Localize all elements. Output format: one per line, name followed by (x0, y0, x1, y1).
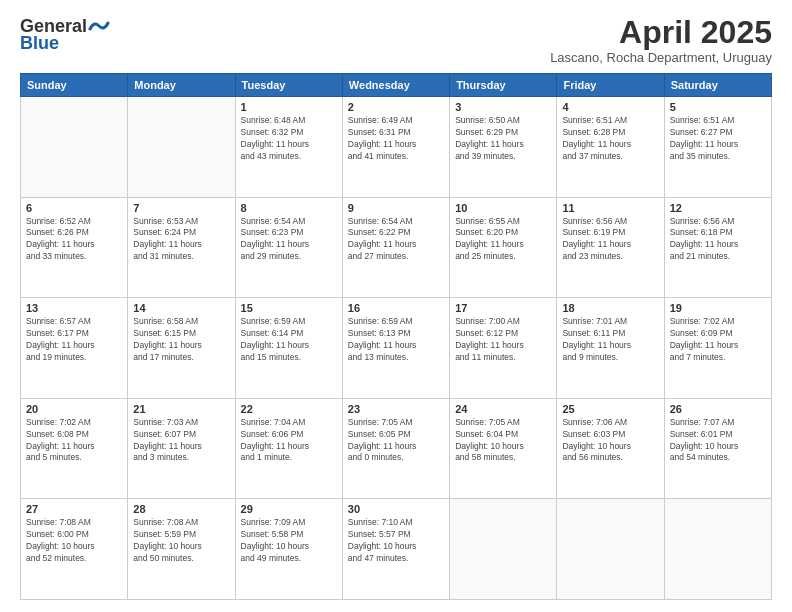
day-number: 7 (133, 202, 229, 214)
day-number: 15 (241, 302, 337, 314)
calendar-day-cell (450, 499, 557, 600)
calendar-body: 1Sunrise: 6:48 AM Sunset: 6:32 PM Daylig… (21, 97, 772, 600)
day-info: Sunrise: 6:48 AM Sunset: 6:32 PM Dayligh… (241, 115, 337, 163)
calendar-table: SundayMondayTuesdayWednesdayThursdayFrid… (20, 73, 772, 600)
calendar-day-cell: 6Sunrise: 6:52 AM Sunset: 6:26 PM Daylig… (21, 197, 128, 298)
day-number: 24 (455, 403, 551, 415)
day-number: 28 (133, 503, 229, 515)
day-info: Sunrise: 6:59 AM Sunset: 6:13 PM Dayligh… (348, 316, 444, 364)
day-number: 8 (241, 202, 337, 214)
day-number: 27 (26, 503, 122, 515)
weekday-header-cell: Saturday (664, 74, 771, 97)
day-info: Sunrise: 7:09 AM Sunset: 5:58 PM Dayligh… (241, 517, 337, 565)
page: General Blue April 2025 Lascano, Rocha D… (0, 0, 792, 612)
day-number: 2 (348, 101, 444, 113)
calendar-week-row: 6Sunrise: 6:52 AM Sunset: 6:26 PM Daylig… (21, 197, 772, 298)
logo-wave-icon (88, 17, 110, 35)
calendar-day-cell: 7Sunrise: 6:53 AM Sunset: 6:24 PM Daylig… (128, 197, 235, 298)
day-info: Sunrise: 6:59 AM Sunset: 6:14 PM Dayligh… (241, 316, 337, 364)
calendar-day-cell: 14Sunrise: 6:58 AM Sunset: 6:15 PM Dayli… (128, 298, 235, 399)
day-info: Sunrise: 7:07 AM Sunset: 6:01 PM Dayligh… (670, 417, 766, 465)
day-number: 19 (670, 302, 766, 314)
weekday-header-cell: Friday (557, 74, 664, 97)
calendar-day-cell: 20Sunrise: 7:02 AM Sunset: 6:08 PM Dayli… (21, 398, 128, 499)
calendar-day-cell: 27Sunrise: 7:08 AM Sunset: 6:00 PM Dayli… (21, 499, 128, 600)
day-info: Sunrise: 6:58 AM Sunset: 6:15 PM Dayligh… (133, 316, 229, 364)
day-info: Sunrise: 7:01 AM Sunset: 6:11 PM Dayligh… (562, 316, 658, 364)
calendar-day-cell: 19Sunrise: 7:02 AM Sunset: 6:09 PM Dayli… (664, 298, 771, 399)
day-info: Sunrise: 6:56 AM Sunset: 6:19 PM Dayligh… (562, 216, 658, 264)
day-number: 17 (455, 302, 551, 314)
day-number: 12 (670, 202, 766, 214)
day-info: Sunrise: 6:57 AM Sunset: 6:17 PM Dayligh… (26, 316, 122, 364)
day-info: Sunrise: 7:04 AM Sunset: 6:06 PM Dayligh… (241, 417, 337, 465)
calendar-week-row: 1Sunrise: 6:48 AM Sunset: 6:32 PM Daylig… (21, 97, 772, 198)
calendar-day-cell: 18Sunrise: 7:01 AM Sunset: 6:11 PM Dayli… (557, 298, 664, 399)
day-info: Sunrise: 7:08 AM Sunset: 5:59 PM Dayligh… (133, 517, 229, 565)
weekday-header-cell: Wednesday (342, 74, 449, 97)
day-info: Sunrise: 6:53 AM Sunset: 6:24 PM Dayligh… (133, 216, 229, 264)
day-number: 18 (562, 302, 658, 314)
day-info: Sunrise: 7:10 AM Sunset: 5:57 PM Dayligh… (348, 517, 444, 565)
day-info: Sunrise: 6:55 AM Sunset: 6:20 PM Dayligh… (455, 216, 551, 264)
calendar-day-cell: 23Sunrise: 7:05 AM Sunset: 6:05 PM Dayli… (342, 398, 449, 499)
header: General Blue April 2025 Lascano, Rocha D… (20, 16, 772, 65)
title-block: April 2025 Lascano, Rocha Department, Ur… (550, 16, 772, 65)
day-number: 21 (133, 403, 229, 415)
calendar-day-cell: 11Sunrise: 6:56 AM Sunset: 6:19 PM Dayli… (557, 197, 664, 298)
day-info: Sunrise: 7:05 AM Sunset: 6:04 PM Dayligh… (455, 417, 551, 465)
day-number: 4 (562, 101, 658, 113)
day-info: Sunrise: 7:02 AM Sunset: 6:08 PM Dayligh… (26, 417, 122, 465)
weekday-header-row: SundayMondayTuesdayWednesdayThursdayFrid… (21, 74, 772, 97)
weekday-header-cell: Thursday (450, 74, 557, 97)
day-number: 6 (26, 202, 122, 214)
day-info: Sunrise: 7:00 AM Sunset: 6:12 PM Dayligh… (455, 316, 551, 364)
calendar-day-cell: 13Sunrise: 6:57 AM Sunset: 6:17 PM Dayli… (21, 298, 128, 399)
day-info: Sunrise: 6:52 AM Sunset: 6:26 PM Dayligh… (26, 216, 122, 264)
calendar-day-cell: 26Sunrise: 7:07 AM Sunset: 6:01 PM Dayli… (664, 398, 771, 499)
calendar-day-cell: 25Sunrise: 7:06 AM Sunset: 6:03 PM Dayli… (557, 398, 664, 499)
day-number: 13 (26, 302, 122, 314)
calendar-day-cell: 5Sunrise: 6:51 AM Sunset: 6:27 PM Daylig… (664, 97, 771, 198)
calendar-day-cell: 3Sunrise: 6:50 AM Sunset: 6:29 PM Daylig… (450, 97, 557, 198)
day-number: 29 (241, 503, 337, 515)
calendar-day-cell: 8Sunrise: 6:54 AM Sunset: 6:23 PM Daylig… (235, 197, 342, 298)
day-info: Sunrise: 6:56 AM Sunset: 6:18 PM Dayligh… (670, 216, 766, 264)
day-info: Sunrise: 7:06 AM Sunset: 6:03 PM Dayligh… (562, 417, 658, 465)
day-info: Sunrise: 7:08 AM Sunset: 6:00 PM Dayligh… (26, 517, 122, 565)
calendar-day-cell (664, 499, 771, 600)
calendar-week-row: 13Sunrise: 6:57 AM Sunset: 6:17 PM Dayli… (21, 298, 772, 399)
day-number: 11 (562, 202, 658, 214)
calendar-day-cell: 4Sunrise: 6:51 AM Sunset: 6:28 PM Daylig… (557, 97, 664, 198)
calendar-day-cell: 15Sunrise: 6:59 AM Sunset: 6:14 PM Dayli… (235, 298, 342, 399)
day-number: 16 (348, 302, 444, 314)
day-info: Sunrise: 6:51 AM Sunset: 6:28 PM Dayligh… (562, 115, 658, 163)
logo: General Blue (20, 16, 110, 54)
calendar-day-cell: 28Sunrise: 7:08 AM Sunset: 5:59 PM Dayli… (128, 499, 235, 600)
day-info: Sunrise: 7:05 AM Sunset: 6:05 PM Dayligh… (348, 417, 444, 465)
day-number: 26 (670, 403, 766, 415)
calendar-day-cell: 29Sunrise: 7:09 AM Sunset: 5:58 PM Dayli… (235, 499, 342, 600)
calendar-week-row: 20Sunrise: 7:02 AM Sunset: 6:08 PM Dayli… (21, 398, 772, 499)
calendar-day-cell (557, 499, 664, 600)
weekday-header-cell: Monday (128, 74, 235, 97)
day-info: Sunrise: 6:50 AM Sunset: 6:29 PM Dayligh… (455, 115, 551, 163)
location-label: Lascano, Rocha Department, Uruguay (550, 50, 772, 65)
day-number: 30 (348, 503, 444, 515)
calendar-day-cell: 22Sunrise: 7:04 AM Sunset: 6:06 PM Dayli… (235, 398, 342, 499)
calendar-day-cell (21, 97, 128, 198)
calendar-day-cell: 1Sunrise: 6:48 AM Sunset: 6:32 PM Daylig… (235, 97, 342, 198)
weekday-header-cell: Sunday (21, 74, 128, 97)
day-number: 5 (670, 101, 766, 113)
calendar-day-cell: 17Sunrise: 7:00 AM Sunset: 6:12 PM Dayli… (450, 298, 557, 399)
day-info: Sunrise: 7:03 AM Sunset: 6:07 PM Dayligh… (133, 417, 229, 465)
calendar-day-cell: 16Sunrise: 6:59 AM Sunset: 6:13 PM Dayli… (342, 298, 449, 399)
calendar-day-cell: 10Sunrise: 6:55 AM Sunset: 6:20 PM Dayli… (450, 197, 557, 298)
day-number: 23 (348, 403, 444, 415)
day-number: 1 (241, 101, 337, 113)
calendar-day-cell: 2Sunrise: 6:49 AM Sunset: 6:31 PM Daylig… (342, 97, 449, 198)
weekday-header-cell: Tuesday (235, 74, 342, 97)
day-info: Sunrise: 6:49 AM Sunset: 6:31 PM Dayligh… (348, 115, 444, 163)
day-info: Sunrise: 6:51 AM Sunset: 6:27 PM Dayligh… (670, 115, 766, 163)
day-info: Sunrise: 6:54 AM Sunset: 6:22 PM Dayligh… (348, 216, 444, 264)
